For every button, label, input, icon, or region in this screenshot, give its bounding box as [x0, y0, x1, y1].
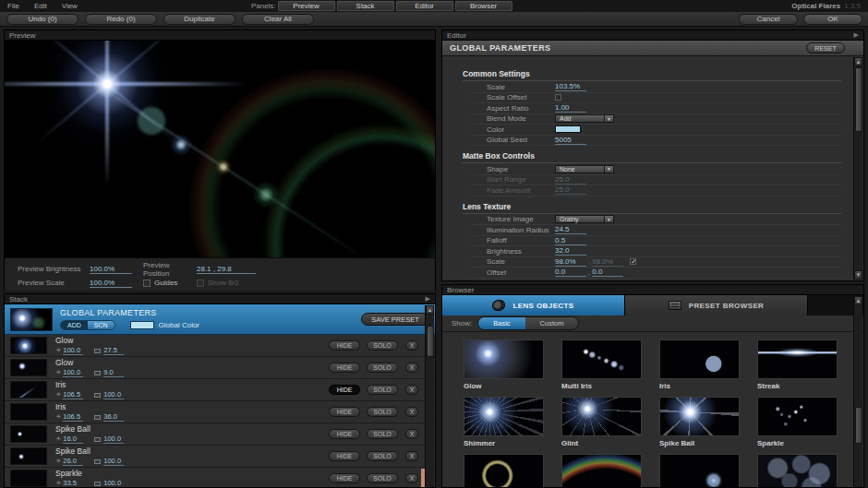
delete-layer-button[interactable]: X — [405, 407, 418, 417]
browser-scrollbar-thumb[interactable] — [855, 407, 862, 444]
param-value-x[interactable]: 98.0% — [555, 257, 586, 267]
filter-custom[interactable]: Custom — [525, 317, 579, 329]
lens-object-item[interactable] — [659, 454, 740, 488]
layer-brightness-value[interactable]: 106.5 — [63, 412, 83, 422]
param-value[interactable]: 32.0 — [555, 246, 586, 256]
hide-button[interactable]: HIDE — [329, 473, 360, 483]
reset-button[interactable]: RESET — [806, 42, 845, 54]
layer-brightness-value[interactable]: 26.0 — [63, 457, 83, 466]
param-value[interactable]: 24.5 — [555, 225, 586, 234]
add-button[interactable]: ADD — [61, 321, 88, 329]
stack-layer-row[interactable]: Iris☀106.536.0HIDESOLOX — [5, 401, 435, 423]
link-checkbox[interactable]: ✓ — [630, 258, 636, 265]
hide-button[interactable]: HIDE — [329, 385, 360, 395]
lens-object-item[interactable]: Multi Iris — [561, 339, 642, 390]
param-value-y[interactable]: 0.0 — [592, 268, 623, 277]
lens-object-item[interactable]: Streak — [757, 339, 838, 390]
lens-object-thumb-ring[interactable] — [464, 454, 544, 488]
lens-object-thumb-shimmer[interactable] — [464, 397, 544, 436]
layer-scale-value[interactable]: 100.0 — [103, 434, 124, 444]
param-value[interactable]: 1.00 — [555, 103, 586, 113]
layer-brightness-value[interactable]: 100.0 — [63, 346, 83, 355]
editor-collapse-icon[interactable]: ▶ — [854, 31, 859, 39]
param-value[interactable]: 25.0 — [555, 185, 586, 195]
lens-object-thumb-sparkle[interactable] — [757, 397, 838, 436]
hide-button[interactable]: HIDE — [329, 451, 360, 461]
layer-scale-value[interactable]: 100.0 — [103, 457, 124, 466]
lens-object-item[interactable]: Glow — [464, 339, 544, 390]
layer-brightness-value[interactable]: 106.5 — [63, 390, 83, 399]
solo-button[interactable]: SOLO — [367, 340, 398, 351]
layer-scale-value[interactable]: 100.0 — [103, 479, 124, 488]
panel-tab-browser[interactable]: Browser — [455, 1, 512, 11]
lens-object-thumb-glint[interactable] — [561, 397, 642, 436]
param-value[interactable]: 103.5% — [555, 82, 586, 91]
hide-button[interactable]: HIDE — [329, 363, 360, 373]
hide-button[interactable]: HIDE — [329, 407, 360, 417]
stack-collapse-icon[interactable]: ▶ — [426, 295, 430, 303]
lens-object-item[interactable]: Sparkle — [757, 397, 838, 447]
editor-scrollbar-thumb[interactable] — [855, 67, 862, 132]
solo-button[interactable]: SOLO — [367, 363, 398, 373]
stack-scrollbar-thumb[interactable] — [427, 326, 434, 357]
param-value-y[interactable]: 98.0% — [592, 257, 623, 267]
chevron-down-icon[interactable]: ▼ — [604, 216, 613, 222]
layer-brightness-value[interactable]: 100.0 — [63, 368, 83, 377]
lens-object-thumb-glow[interactable] — [464, 339, 544, 379]
show-bg-checkbox[interactable] — [197, 280, 204, 287]
stack-layer-row[interactable]: Glow☀100.09.0HIDESOLOX — [5, 357, 435, 379]
tab-lens-objects[interactable]: LENS OBJECTS — [442, 295, 625, 315]
delete-layer-button[interactable]: X — [405, 340, 418, 351]
global-color-swatch[interactable] — [130, 321, 154, 329]
lens-object-item[interactable]: Spike Ball — [659, 397, 740, 447]
chevron-down-icon[interactable]: ▼ — [604, 115, 613, 122]
tab-preset-browser[interactable]: PRESET BROWSER — [625, 295, 808, 315]
hide-button[interactable]: HIDE — [329, 340, 360, 351]
layer-scale-value[interactable]: 36.0 — [103, 412, 124, 422]
layer-brightness-value[interactable]: 33.5 — [63, 479, 83, 488]
param-checkbox[interactable] — [555, 94, 561, 101]
cancel-button[interactable]: Cancel — [739, 14, 798, 25]
save-preset-button[interactable]: SAVE PRESET — [361, 313, 429, 326]
guides-checkbox[interactable] — [143, 280, 151, 287]
scroll-up-icon[interactable]: ▲ — [854, 57, 862, 66]
lens-object-thumb-bokeh[interactable] — [757, 454, 838, 488]
scroll-up-icon[interactable]: ▲ — [426, 305, 434, 315]
lens-object-thumb-iris[interactable] — [659, 339, 740, 379]
lens-object-thumb-hoop[interactable] — [561, 454, 642, 488]
lens-object-thumb-spikeball[interactable] — [659, 397, 740, 436]
scn-button[interactable]: SCN — [88, 321, 115, 329]
lens-object-item[interactable] — [757, 454, 838, 488]
lens-object-thumb-orb[interactable] — [659, 454, 740, 488]
lens-object-thumb-streak[interactable] — [757, 339, 838, 379]
redo-button[interactable]: Redo (0) — [85, 14, 157, 25]
stack-layer-row[interactable]: Spike Ball☀16.0100.0HIDESOLOX — [5, 423, 435, 446]
stack-layer-row[interactable]: Iris☀106.5100.0HIDESOLOX — [5, 379, 435, 401]
color-swatch[interactable] — [555, 125, 581, 133]
preview-canvas[interactable] — [5, 41, 435, 257]
param-value-x[interactable]: 0.0 — [555, 268, 586, 277]
clear-all-button[interactable]: Clear All — [242, 14, 314, 25]
solo-button[interactable]: SOLO — [367, 473, 398, 483]
layer-scale-value[interactable]: 9.0 — [103, 368, 124, 377]
preview-position-value[interactable]: 28.1 , 29.8 — [197, 265, 256, 274]
hide-button[interactable]: HIDE — [329, 429, 360, 439]
delete-layer-button[interactable]: X — [405, 451, 418, 461]
panel-tab-editor[interactable]: Editor — [396, 1, 453, 11]
param-dropdown[interactable]: Add▼ — [555, 114, 614, 123]
preview-brightness-value[interactable]: 100.0% — [90, 265, 132, 274]
browser-scrollbar[interactable]: ▲ — [853, 296, 862, 487]
chevron-down-icon[interactable]: ▼ — [604, 166, 613, 173]
delete-layer-button[interactable]: X — [405, 363, 418, 373]
stack-layer-row[interactable]: Glow☀100.027.5HIDESOLOX — [5, 335, 435, 357]
lens-object-item[interactable] — [561, 454, 642, 488]
undo-button[interactable]: Undo (0) — [6, 14, 78, 25]
editor-scrollbar[interactable]: ▲ ▼ — [853, 57, 862, 280]
stack-scrollbar[interactable]: ▲ — [425, 305, 434, 487]
lens-object-item[interactable]: Shimmer — [464, 397, 544, 447]
menu-file[interactable]: File — [0, 2, 27, 10]
param-value[interactable]: 5005 — [555, 136, 586, 145]
param-dropdown[interactable]: Grainy▼ — [555, 215, 614, 223]
filter-basic[interactable]: Basic — [478, 317, 524, 329]
lens-object-thumb-multi-iris[interactable] — [561, 339, 642, 379]
